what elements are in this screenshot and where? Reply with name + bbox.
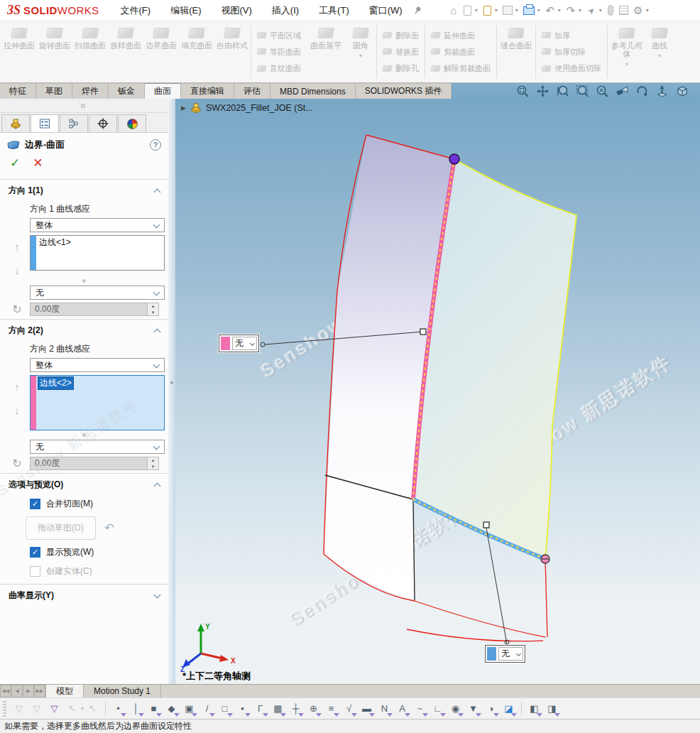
options-caret-icon[interactable]: ▾	[646, 7, 649, 13]
options-section-header[interactable]: 选项与预览(O)	[0, 473, 168, 494]
thicken-button[interactable]: 加厚	[542, 29, 601, 42]
print-caret-icon[interactable]: ▾	[537, 7, 540, 13]
filter-edges-icon[interactable]: │	[127, 700, 145, 717]
dir2-tangency-combobox[interactable]: 无	[30, 440, 165, 454]
revolved-surface-button[interactable]: 旋转曲面	[37, 24, 72, 80]
curves-button[interactable]: 曲线▾	[645, 24, 674, 80]
filter-angle-icon[interactable]: ∟	[429, 700, 447, 717]
next-tab-icon[interactable]: ▶	[23, 685, 34, 697]
zoom-fit-icon[interactable]	[515, 84, 530, 98]
filter-extra1-icon[interactable]: ◧	[525, 700, 543, 717]
dir2-angle-spinner[interactable]: ▲▼	[148, 457, 159, 470]
reference-dropdown-icon[interactable]: ▾	[625, 61, 628, 67]
splitter-handle[interactable]	[170, 381, 173, 384]
dimxpert-tab[interactable]	[89, 114, 117, 132]
listbox-resize-handle[interactable]	[82, 433, 86, 437]
dir1-influence-combobox[interactable]: 整体	[30, 218, 165, 232]
menu-tools[interactable]: 工具(T)	[319, 4, 349, 17]
dir1-angle-spinner[interactable]: ▲▼	[148, 303, 159, 316]
appearances-tab[interactable]	[118, 114, 146, 132]
menu-window[interactable]: 窗口(W)	[369, 4, 403, 17]
filter-faces-icon[interactable]: ■	[145, 700, 163, 717]
flatten-surface-button[interactable]: 曲面展平	[306, 24, 346, 80]
extruded-surface-button[interactable]: 拉伸曲面	[1, 24, 37, 80]
dir1-curve-item[interactable]: 边线<1>	[38, 237, 72, 249]
menu-view[interactable]: 视图(V)	[221, 4, 251, 17]
filter-axes-icon[interactable]: /	[198, 700, 216, 717]
dir2-angle-input[interactable]: 0.00度	[30, 457, 148, 470]
ruled-surface-button[interactable]: 直纹曲面	[257, 62, 301, 75]
tab-direct-editing[interactable]: 直接编辑	[181, 83, 234, 99]
tab-surfaces[interactable]: 曲面	[145, 83, 181, 99]
offset-surface-button[interactable]: 等距曲面	[257, 45, 301, 58]
dir2-curve-listbox[interactable]: 边线<2>	[30, 375, 165, 430]
merge-tangent-faces-checkbox[interactable]: ✓	[30, 499, 40, 509]
planar-surface-button[interactable]: 平面区域	[257, 29, 301, 42]
move-up-icon[interactable]: ↑	[14, 241, 20, 253]
filter-extra2-icon[interactable]: ◨	[543, 700, 561, 717]
cut-with-surface-button[interactable]: 使用曲面切除	[542, 62, 601, 75]
dir2-callout-dropdown[interactable]: 无	[498, 647, 523, 661]
filter-planes-icon[interactable]: □	[216, 700, 234, 717]
zoom-selected-icon[interactable]	[595, 84, 609, 98]
redo-caret-icon[interactable]: ▾	[579, 7, 581, 13]
fillet-dropdown-icon[interactable]: ▾	[359, 53, 362, 59]
replace-face-button[interactable]: 替换面	[383, 45, 419, 58]
thickened-cut-button[interactable]: 加厚切除	[542, 45, 601, 58]
filter-balloons-icon[interactable]: A	[393, 700, 411, 717]
home-icon[interactable]: ⌂	[447, 4, 461, 16]
tab-features[interactable]: 特征	[0, 83, 36, 99]
select-icon[interactable]: ↖	[63, 700, 81, 717]
curves-dropdown-icon[interactable]: ▾	[658, 53, 661, 59]
filter-hatch-icon[interactable]: ◉	[447, 700, 464, 717]
filter-center-marks-icon[interactable]: ⊕	[305, 700, 322, 717]
clear-all-filters-icon[interactable]: ▽	[45, 700, 63, 717]
filter-highlight-faces-icon[interactable]: ◪	[500, 700, 518, 717]
untrim-surface-button[interactable]: 解除剪裁曲面	[431, 62, 491, 75]
help-icon[interactable]: ?	[150, 139, 161, 151]
menu-insert[interactable]: 插入(I)	[272, 4, 299, 17]
menu-edit[interactable]: 编辑(E)	[170, 4, 201, 17]
cancel-button[interactable]: ✕	[33, 157, 43, 169]
dir1-tangency-callout[interactable]: 无	[219, 335, 259, 352]
new-document-icon[interactable]	[464, 6, 471, 16]
filter-surface-bodies-icon[interactable]: ◆	[163, 700, 180, 717]
zoom-in-out-icon[interactable]	[555, 84, 569, 98]
trim-surface-button[interactable]: 剪裁曲面	[431, 45, 491, 58]
panel-splitter[interactable]	[168, 99, 175, 684]
open-icon[interactable]	[483, 6, 491, 16]
dir2-influence-combobox[interactable]: 整体	[30, 358, 165, 372]
motion-study-tab[interactable]: Motion Study 1	[84, 685, 161, 697]
filter-pins-icon[interactable]: ▼	[464, 700, 482, 717]
lofted-surface-button[interactable]: 放样曲面	[108, 24, 143, 80]
show-preview-checkbox[interactable]: ✓	[30, 547, 40, 558]
boundary-surface-button[interactable]: 边界曲面	[143, 24, 179, 80]
display-style-icon[interactable]	[674, 84, 689, 98]
direction1-section-header[interactable]: 方向 1(1)	[0, 179, 168, 200]
undo-drag-icon[interactable]: ↶	[104, 521, 114, 536]
tab-evaluate[interactable]: 评估	[234, 83, 270, 99]
filter-sketch-points-icon[interactable]: ▪	[234, 700, 251, 717]
direction2-section-header[interactable]: 方向 2(2)	[0, 319, 168, 340]
create-solid-checkbox[interactable]	[30, 566, 40, 577]
configuration-tab[interactable]	[60, 114, 88, 132]
reference-geometry-button[interactable]: 参考几何体▾	[608, 24, 645, 80]
boundary-surface-model[interactable]	[175, 99, 700, 684]
filter-vertices-icon[interactable]: •	[109, 700, 127, 717]
rotate-view-icon[interactable]	[635, 84, 649, 98]
selection-pill-icon[interactable]	[608, 5, 613, 16]
pan-icon[interactable]	[535, 84, 549, 98]
filter-splines-icon[interactable]: ~	[411, 700, 429, 717]
print-icon[interactable]	[523, 6, 535, 15]
tab-sketch[interactable]: 草图	[36, 83, 72, 99]
undo-icon[interactable]: ↶	[543, 4, 557, 17]
tab-mbd-dimensions[interactable]: MBD Dimensions	[270, 83, 356, 99]
ok-button[interactable]: ✓	[10, 157, 20, 169]
undo-caret-icon[interactable]: ▾	[558, 7, 561, 13]
dir1-callout-dropdown[interactable]: 无	[232, 337, 257, 350]
view-orientation-icon[interactable]	[615, 84, 629, 98]
model-tab[interactable]: 模型	[45, 685, 84, 697]
filled-surface-button[interactable]: 填充曲面	[179, 24, 214, 80]
filter-solid-bodies-icon[interactable]: ▣	[180, 700, 198, 717]
tab-solidworks-addins[interactable]: SOLIDWORKS 插件	[356, 83, 452, 99]
